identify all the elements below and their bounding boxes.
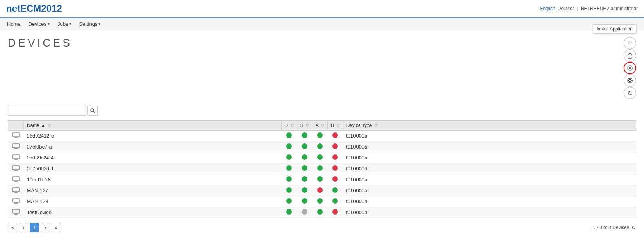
table-row[interactable]: MAN-127 t010000a [8,185,636,196]
row-device-type: t010000d [343,163,636,174]
nav-jobs[interactable]: Jobs ▾ [54,20,75,29]
install-tooltip-container: Install Application + [624,37,636,99]
row-name: TestDevice [24,207,282,218]
install-application-button[interactable] [624,62,636,74]
shield-button[interactable] [624,74,636,87]
svg-point-2 [629,67,631,69]
row-name: MAN-128 [24,196,282,207]
lock-button[interactable] [624,49,636,62]
navigation: Home Devices ▾ Jobs ▾ Settings ▾ [0,18,644,30]
table-body: 06d92412-e t010000a 07cf0bc7-a t010000a [8,131,636,218]
page-prev-button[interactable]: ‹ [19,223,28,232]
header: netECM2012 English Deutsch | NETREEDEV\a… [0,0,644,18]
table-row[interactable]: 07cf0bc7-a t010000a [8,141,636,152]
table-row[interactable]: 0e7b002d-1 t010000d [8,163,636,174]
row-icon [8,141,24,152]
row-a [312,196,327,207]
nav-settings[interactable]: Settings ▾ [75,20,104,29]
search-area [8,106,636,116]
current-user: NETREEDEV\administrator [581,6,638,11]
table-row[interactable]: TestDevice t010000a [8,207,636,218]
main-content: Devices Install Application + [0,30,644,240]
page-last-button[interactable]: » [52,223,61,232]
svg-rect-26 [13,188,19,192]
devices-dropdown-arrow: ▾ [48,22,50,26]
page-controls: « ‹ 1 › » [8,223,61,232]
row-a [312,163,327,174]
row-d [281,141,297,152]
lang-english[interactable]: English [540,6,555,11]
nav-home[interactable]: Home [3,20,25,29]
row-s [297,163,312,174]
table-row[interactable]: 10cef1f7-8 t010000a [8,174,636,185]
pagination-refresh-button[interactable]: ↻ [632,224,636,231]
row-a [312,141,327,152]
row-u [327,174,343,185]
row-d [281,131,297,141]
refresh-toolbar-button[interactable]: ↻ [624,87,636,99]
row-name: 10cef1f7-8 [24,174,282,185]
user-separator: | [577,6,578,11]
page-info-text: 1 - 8 of 8 Devices [593,225,629,230]
row-a [312,185,327,196]
row-name: 0e7b002d-1 [24,163,282,174]
row-a [312,207,327,218]
col-name-header[interactable]: Name ▲ ▽ [24,121,282,131]
col-d-header[interactable]: D ▽ [281,121,297,131]
row-u [327,152,343,163]
monitor-icon [12,209,20,215]
col-device-type-header[interactable]: Device Type ▽ [343,121,636,131]
row-device-type: t010000a [343,185,636,196]
install-tooltip: Install Application [593,24,636,34]
row-d [281,163,297,174]
monitor-icon [12,187,20,193]
row-s [297,196,312,207]
col-s-header[interactable]: S ▽ [297,121,312,131]
row-d [281,174,297,185]
monitor-icon [12,165,20,171]
table-row[interactable]: 0ad89c24-4 t010000a [8,152,636,163]
row-name: 06d92412-e [24,131,282,141]
svg-rect-20 [13,166,19,170]
monitor-icon [12,154,20,160]
row-device-type: t010000a [343,207,636,218]
row-d [281,185,297,196]
svg-rect-32 [13,209,19,213]
title-area: Devices Install Application + [8,37,636,99]
toolbar: Install Application + [624,37,636,99]
page-first-button[interactable]: « [8,223,17,232]
row-s [297,207,312,218]
table-row[interactable]: 06d92412-e t010000a [8,131,636,141]
col-icon [8,121,24,131]
row-s [297,152,312,163]
nav-devices[interactable]: Devices ▾ [25,20,54,29]
devices-table: Name ▲ ▽ D ▽ S ▽ A ▽ U ▽ Device Type ▽ 0… [8,120,636,218]
row-u [327,141,343,152]
page-1-button[interactable]: 1 [30,223,39,232]
monitor-icon [12,132,20,138]
svg-rect-11 [13,133,19,137]
svg-rect-14 [13,144,19,148]
row-icon [8,196,24,207]
page-next-button[interactable]: › [41,223,50,232]
row-device-type: t010000a [343,196,636,207]
add-device-button[interactable]: + [624,37,636,49]
search-button[interactable] [87,106,98,116]
search-input[interactable] [8,106,86,116]
row-d [281,196,297,207]
header-right: English Deutsch | NETREEDEV\administrato… [540,6,638,11]
row-d [281,207,297,218]
monitor-icon [12,198,20,204]
svg-rect-17 [13,155,19,159]
table-row[interactable]: MAN-128 t010000a [8,196,636,207]
row-icon [8,207,24,218]
col-a-header[interactable]: A ▽ [312,121,327,131]
row-s [297,141,312,152]
row-name: 07cf0bc7-a [24,141,282,152]
row-icon [8,163,24,174]
col-u-header[interactable]: U ▽ [327,121,343,131]
svg-line-10 [93,111,95,113]
row-s [297,131,312,141]
row-d [281,152,297,163]
monitor-icon [12,176,20,182]
